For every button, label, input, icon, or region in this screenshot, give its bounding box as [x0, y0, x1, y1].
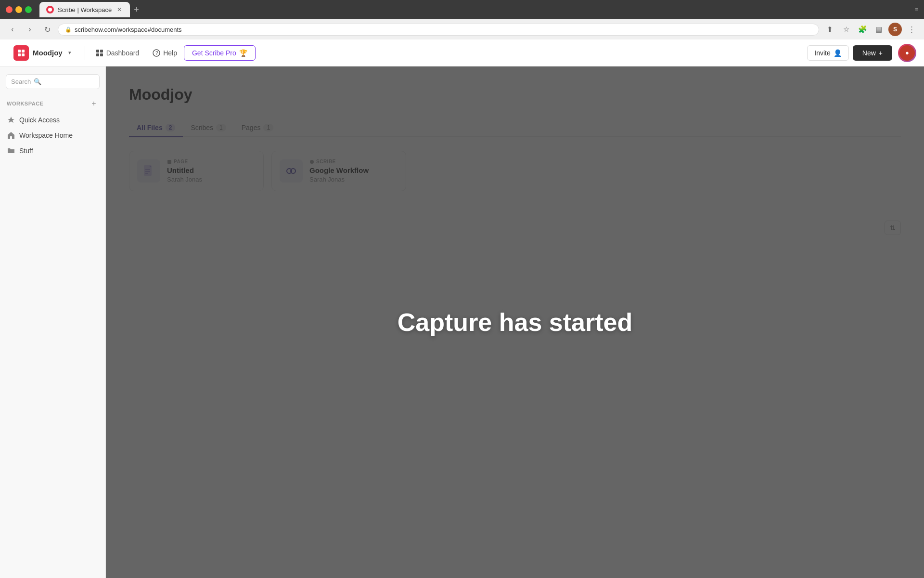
capture-overlay: Capture has started — [106, 66, 924, 578]
nav-divider — [85, 46, 85, 60]
svg-rect-7 — [96, 53, 99, 56]
toolbar-actions: ⬆ ☆ 🧩 ▤ S ⋮ — [823, 23, 918, 36]
svg-rect-4 — [22, 53, 25, 56]
workspace-section-header: WORKSPACE + — [0, 97, 105, 110]
new-plus-icon: + — [879, 49, 883, 57]
user-avatar[interactable]: ● — [898, 44, 916, 62]
share-button[interactable]: ⬆ — [823, 23, 836, 36]
folder-icon — [7, 146, 15, 155]
address-bar[interactable]: 🔒 scribehow.com/workspace#documents — [58, 24, 819, 36]
new-tab-button[interactable]: + — [132, 3, 141, 17]
workspace-dropdown-icon[interactable]: ▾ — [68, 50, 71, 56]
sidebar-item-quick-access[interactable]: Quick Access — [0, 112, 105, 128]
tab-title: Scribe | Workspace — [58, 6, 112, 13]
close-window-button[interactable] — [6, 6, 13, 13]
sidebar-item-workspace-home[interactable]: Workspace Home — [0, 128, 105, 143]
get-pro-button[interactable]: Get Scribe Pro 🏆 — [184, 45, 256, 61]
new-button[interactable]: New + — [853, 45, 892, 61]
star-icon — [7, 116, 15, 124]
help-label: Help — [163, 49, 177, 57]
svg-rect-2 — [22, 50, 25, 53]
svg-rect-6 — [100, 50, 103, 53]
tab-close-button[interactable]: ✕ — [116, 6, 123, 13]
get-pro-label: Get Scribe Pro — [192, 49, 236, 57]
svg-marker-11 — [8, 117, 14, 123]
forward-button[interactable]: › — [23, 23, 37, 36]
workspace-section-label: WORKSPACE — [7, 101, 43, 106]
nav-logo[interactable]: Moodjoy ▾ — [8, 45, 77, 61]
invite-button[interactable]: Invite 👤 — [807, 45, 848, 61]
new-label: New — [862, 49, 876, 57]
tab-favicon-icon — [46, 6, 54, 13]
main-content: Moodjoy All Files 2 Scribes 1 Pages 1 ⇅ — [106, 66, 924, 578]
extensions-button[interactable]: 🧩 — [856, 23, 869, 36]
sidebar-toggle-button[interactable]: ▤ — [872, 23, 886, 36]
browser-toolbar: ‹ › ↻ 🔒 scribehow.com/workspace#document… — [0, 19, 924, 39]
lock-icon: 🔒 — [65, 26, 72, 33]
address-text: scribehow.com/workspace#documents — [75, 26, 182, 33]
home-icon — [7, 131, 15, 140]
top-nav: Moodjoy ▾ Dashboard ? Help Get Scribe Pr… — [0, 39, 924, 66]
sidebar-item-stuff[interactable]: Stuff — [0, 143, 105, 158]
tab-bar: Scribe | Workspace ✕ + — [39, 2, 911, 17]
pro-icon: 🏆 — [239, 49, 247, 57]
capture-overlay-text: Capture has started — [398, 308, 632, 337]
quick-access-label: Quick Access — [19, 116, 60, 124]
help-nav-item[interactable]: ? Help — [146, 45, 184, 61]
invite-label: Invite — [814, 49, 830, 57]
browser-tab-active[interactable]: Scribe | Workspace ✕ — [39, 2, 130, 17]
search-input[interactable]: Search 🔍 — [6, 74, 100, 89]
search-label: Search — [11, 78, 31, 85]
sidebar: Search 🔍 WORKSPACE + Quick Access Worksp… — [0, 66, 106, 578]
invite-icon: 👤 — [834, 49, 842, 57]
tab-right-controls: ≡ — [915, 6, 918, 13]
dashboard-nav-item[interactable]: Dashboard — [89, 45, 146, 61]
stuff-label: Stuff — [19, 147, 33, 155]
workspace-add-button[interactable]: + — [89, 99, 99, 108]
workspace-home-label: Workspace Home — [19, 131, 73, 139]
content-area: Search 🔍 WORKSPACE + Quick Access Worksp… — [0, 66, 924, 578]
svg-rect-5 — [96, 50, 99, 53]
dashboard-icon — [96, 49, 103, 57]
svg-text:?: ? — [155, 51, 158, 56]
browser-profile-avatar[interactable]: S — [888, 23, 902, 36]
user-avatar-inner: ● — [899, 45, 915, 61]
dashboard-label: Dashboard — [106, 49, 140, 57]
browser-titlebar: Scribe | Workspace ✕ + ≡ — [0, 0, 924, 19]
svg-rect-8 — [100, 53, 103, 56]
minimize-window-button[interactable] — [15, 6, 22, 13]
menu-button[interactable]: ⋮ — [905, 23, 918, 36]
back-button[interactable]: ‹ — [6, 23, 19, 36]
reload-button[interactable]: ↻ — [40, 23, 54, 36]
bookmark-button[interactable]: ☆ — [839, 23, 853, 36]
browser-chrome: Scribe | Workspace ✕ + ≡ ‹ › ↻ 🔒 scribeh… — [0, 0, 924, 39]
app-container: Moodjoy ▾ Dashboard ? Help Get Scribe Pr… — [0, 39, 924, 578]
svg-point-0 — [48, 8, 52, 12]
svg-rect-1 — [18, 50, 21, 53]
logo-icon — [13, 45, 29, 61]
workspace-name: Moodjoy — [33, 49, 63, 57]
help-icon: ? — [153, 49, 160, 57]
search-icon: 🔍 — [34, 78, 41, 85]
traffic-lights — [6, 6, 32, 13]
svg-rect-3 — [18, 53, 21, 56]
maximize-window-button[interactable] — [25, 6, 32, 13]
